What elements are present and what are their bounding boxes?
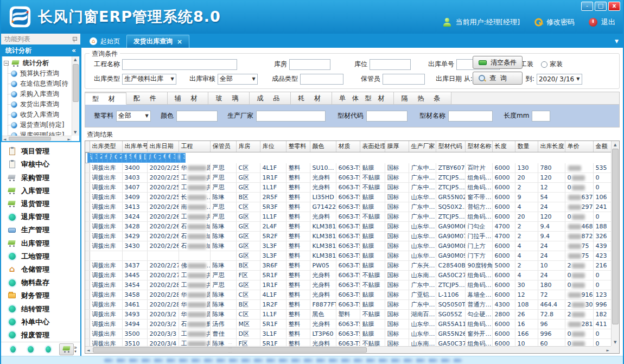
tab-close-icon[interactable]: ×	[177, 38, 182, 46]
col-header-warehouse[interactable]: 库房	[236, 141, 260, 152]
material-tab-成品[interactable]: 成 品	[250, 92, 291, 105]
col-header-length[interactable]: 长度	[492, 141, 515, 152]
change-password-button[interactable]: 修改密码	[546, 17, 575, 27]
col-header-color[interactable]: 颜色	[310, 141, 336, 152]
tree-item-采购入库查询[interactable]: 采购入库查询	[4, 89, 79, 99]
table-row[interactable]: 调拨出库34242020/2/26工共工程严思G区1L1F整料光身料6063-T…	[85, 212, 611, 222]
col-header-date[interactable]: 出库日期	[147, 141, 179, 152]
table-row[interactable]: 调拨出库34542020/2/28工共工程严思G区1R1F整料光身料6063-T…	[85, 280, 611, 290]
table-row[interactable]: 调拨出库34002020/2/25华原…严思C区4L1F整料SU10…6063-…	[85, 163, 611, 173]
scroll-down-icon[interactable]: ▼	[614, 340, 616, 345]
tree-root-statistics[interactable]: 统计分析	[4, 58, 79, 68]
sidebar-item-项目管理[interactable]: 项目管理	[8, 145, 80, 158]
sidebar-section-statistics[interactable]: 统计分析 «	[1, 44, 80, 56]
col-header-location[interactable]: 库位	[260, 141, 286, 152]
scrollbar-thumb[interactable]	[9, 137, 51, 141]
col-header-unit-price[interactable]: 单价	[565, 141, 593, 152]
scrollbar-thumb[interactable]	[612, 149, 619, 324]
keeper-input[interactable]	[383, 74, 425, 85]
profile-name-input[interactable]	[448, 111, 493, 122]
pin-icon[interactable]	[72, 36, 77, 42]
sidebar-item-补单中心[interactable]: 补单中心	[8, 316, 80, 329]
col-header-code[interactable]: 型材代码	[436, 141, 465, 152]
col-header-amount[interactable]: 金额	[593, 141, 611, 152]
tree-item-在途信息查询[待[interactable]: 在途信息查询[待	[4, 79, 79, 89]
col-header-keeper[interactable]: 保管员	[210, 141, 236, 152]
project-name-input[interactable]	[122, 59, 237, 70]
sidebar-item-物料盘存[interactable]: 物料盘存	[8, 276, 80, 289]
jiazhuang-radio[interactable]	[541, 61, 547, 68]
material-tab-型材[interactable]: 型 材	[85, 92, 126, 105]
sidebar-item-采购管理[interactable]: 采购管理	[8, 171, 80, 184]
tab-home[interactable]: ⌂ 起始页	[83, 35, 126, 48]
out-type-select[interactable]: 生产领料出库▼	[122, 74, 176, 85]
col-header-material[interactable]: 材质	[336, 141, 360, 152]
tab-shipping-outbound-query[interactable]: 发货出库查询 ×	[126, 35, 189, 48]
scroll-left-icon[interactable]: ◄	[87, 348, 90, 353]
table-row[interactable]: 调拨出库34032020/2/25工共工程严思G区1R1F整料光身料6063-T…	[85, 173, 611, 183]
sidebar-item-入库管理[interactable]: 入库管理	[8, 184, 80, 197]
table-row[interactable]: 调拨出库34132020/2/26南…严思C区5R3F整料G714226063-…	[85, 202, 611, 212]
material-tab-隔热条[interactable]: 隔 热 条	[394, 92, 451, 105]
logout-button[interactable]: 退出	[601, 17, 615, 27]
col-header-maker[interactable]: 生产厂家	[409, 141, 436, 152]
module-dot-icon[interactable]	[10, 346, 16, 353]
grid-vertical-scrollbar[interactable]: ▲ ▼	[611, 141, 619, 346]
module-dot-icon[interactable]	[46, 346, 51, 353]
close-button[interactable]: x	[608, 2, 620, 11]
maker-input[interactable]	[256, 111, 326, 122]
col-header-name[interactable]: 型材名称	[465, 141, 492, 152]
tree-horizontal-scrollbar[interactable]: ◄ ►	[2, 136, 72, 141]
tree-item-退货查询[待定][interactable]: 退货查询[待定]	[4, 120, 79, 130]
material-tab-单体型材[interactable]: 单 体 型 材	[332, 92, 394, 105]
location-input[interactable]	[370, 59, 411, 70]
profile-code-input[interactable]	[366, 111, 407, 122]
material-tab-玻璃[interactable]: 玻 璃	[208, 92, 250, 105]
table-row[interactable]: 调拨出库34372020/2/27佛…陈琳B区3R6F整料PW056063-T5…	[85, 261, 611, 271]
col-header-qty[interactable]: 数量	[515, 141, 538, 152]
material-tab-辅材[interactable]: 辅 材	[168, 92, 209, 105]
table-row[interactable]: 调拨出库34292020/2/26石城陈琳G区5R2F整料KLM38176063…	[85, 232, 611, 241]
length-input[interactable]	[532, 111, 550, 122]
cart-toolbar-button[interactable]	[59, 343, 73, 355]
sidebar-item-工地管理[interactable]: 工地管理	[8, 250, 80, 263]
table-row[interactable]: 调拨出库34282020/2/26石城陈琳G区2L4F整料KLM38176063…	[85, 222, 611, 232]
module-dot-icon[interactable]	[28, 346, 33, 353]
col-header-type[interactable]: 出库类型	[90, 141, 122, 152]
sidebar-item-财务管理[interactable]: 财务管理	[8, 289, 80, 302]
scroll-up-icon[interactable]: ▲	[74, 57, 77, 62]
maximize-button[interactable]: □	[595, 2, 607, 11]
table-row[interactable]: 调拨出库34302020/2/26石城陈琳G区3L3F整料KLM38176063…	[85, 241, 611, 251]
sidebar-item-审核中心[interactable]: 审核中心	[8, 158, 80, 171]
part-select[interactable]: 全部▼	[116, 111, 151, 122]
search-button[interactable]: 查 询	[473, 72, 523, 85]
col-header-no[interactable]: 出库单号	[122, 141, 147, 152]
material-tab-耗材[interactable]: 耗 材	[291, 92, 332, 105]
grid-horizontal-scrollbar[interactable]: ◄ ►	[85, 346, 611, 353]
sidebar-item-退货管理[interactable]: 退货管理	[8, 197, 80, 210]
scroll-down-icon[interactable]: ▼	[74, 130, 77, 135]
tree-vertical-scrollbar[interactable]: ▲ ▼	[72, 56, 79, 136]
col-header-film[interactable]: 膜厚	[385, 141, 409, 152]
table-row[interactable]: 调拨出库35102020/3/4工共工程陈琳F区5R1F整料光身料6063-T5…	[85, 339, 611, 347]
table-row[interactable]: 调拨出库34582020/2/28华原…陈琳C区4L1F整料光身料6063-T5…	[85, 290, 611, 300]
sidebar-item-结转管理[interactable]: 结转管理	[8, 302, 80, 315]
table-row[interactable]: 调拨出库33992020/2/25华原…严思C区2L1F整料SU10…6063-…	[85, 152, 90, 163]
warehouse-input[interactable]	[289, 59, 330, 70]
tree-item-预算执行查询[interactable]: 预算执行查询	[4, 68, 79, 79]
scrollbar-thumb[interactable]	[93, 347, 367, 353]
tree-item-收货入库查询[interactable]: 收货入库查询	[4, 110, 79, 120]
table-row[interactable]: 调拨出库34612020/2/28华原…陈琳B区1R2F整料F8877FT606…	[85, 300, 611, 310]
table-row[interactable]: G区3L3F整料KLM38176063-T5贴膜国标山东华…GA90M09…门下…	[85, 251, 611, 261]
sidebar-item-退库管理[interactable]: 退库管理	[8, 210, 80, 223]
collapse-icon[interactable]: «	[72, 47, 76, 54]
tab-list-dropdown-icon[interactable]: ▼	[615, 39, 619, 44]
color-input[interactable]	[176, 111, 218, 122]
sidebar-item-报废管理[interactable]: 报废管理	[8, 329, 80, 342]
sidebar-item-仓储管理[interactable]: ⌂仓储管理	[8, 263, 80, 276]
table-row[interactable]: 调拨出库34092020/2/25长…陈琳B区2R5F整料LI35HD6063-…	[85, 193, 611, 202]
clear-conditions-button[interactable]: 清空条件	[473, 56, 523, 69]
sidebar-item-出库管理[interactable]: 出库管理	[8, 237, 80, 250]
date-to-select[interactable]: 2020/ 3/16▼	[537, 74, 582, 85]
scroll-left-icon[interactable]: ◄	[3, 137, 6, 142]
